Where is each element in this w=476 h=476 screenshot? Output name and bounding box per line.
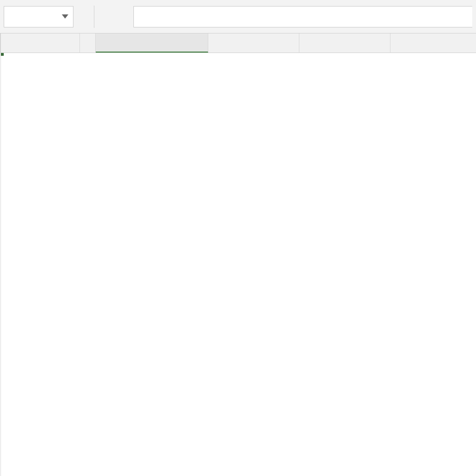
formula-bar bbox=[0, 0, 476, 33]
column-header-E[interactable] bbox=[299, 33, 390, 53]
formula-input[interactable] bbox=[133, 6, 472, 27]
column-header-narrow[interactable] bbox=[80, 33, 96, 53]
select-all-corner[interactable] bbox=[0, 33, 0, 53]
name-box-dropdown-icon[interactable] bbox=[62, 14, 68, 19]
spreadsheet bbox=[0, 33, 476, 476]
column-header-D[interactable] bbox=[208, 33, 299, 53]
column-header-C[interactable] bbox=[96, 33, 208, 53]
grid[interactable] bbox=[1, 33, 476, 476]
column-header-A[interactable] bbox=[1, 33, 80, 53]
expand-formula-bar-icon[interactable] bbox=[78, 8, 89, 26]
column-header-F[interactable] bbox=[390, 33, 476, 53]
active-cell-border bbox=[1, 53, 4, 56]
separator bbox=[94, 6, 94, 28]
column-headers bbox=[1, 33, 476, 53]
selection-extension bbox=[1, 53, 3, 55]
name-box[interactable] bbox=[4, 6, 73, 27]
